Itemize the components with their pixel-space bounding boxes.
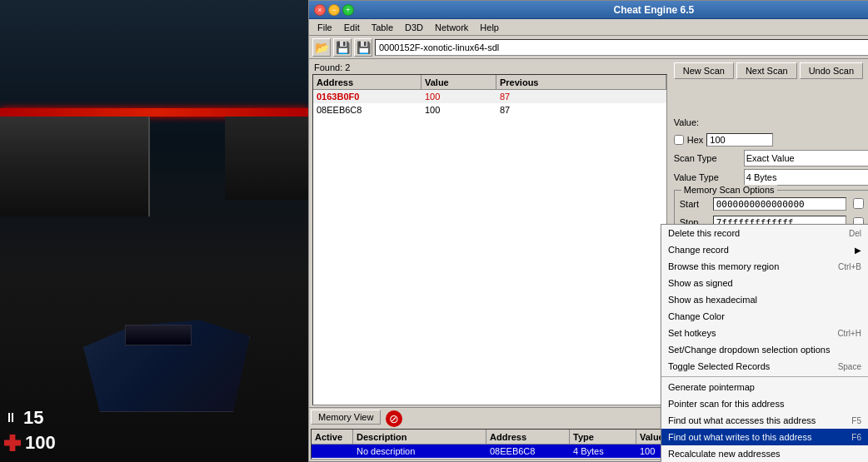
col-type: Type [570,430,636,444]
result-previous-1: 87 [496,92,666,102]
new-scan-button[interactable]: New Scan [674,62,734,79]
pause-icon: ⏸ [4,410,19,425]
scan-type-label: Scan Type [674,153,741,163]
ctx-shortcut-2: Ctrl+B [838,262,861,271]
unrandomizer-checkbox[interactable] [853,198,864,209]
memory-scan-title: Memory Scan Options [681,185,777,195]
table-row[interactable]: 0163B0F0 100 87 [313,90,666,103]
value-type-row: Value Type 4 Bytes [674,169,868,186]
memory-view-button[interactable]: Memory View [311,410,381,425]
ctx-item-label-9: Generate pointermap [668,382,755,392]
context-menu-item-10[interactable]: Pointer scan for this address [661,395,868,412]
context-menu-item-5[interactable]: Change Color [661,308,868,325]
title-bar: × − + Cheat Engine 6.5 [309,1,868,19]
undo-scan-button[interactable]: Undo Scan [800,62,863,79]
context-menu-item-6[interactable]: Set hotkeysCtrl+H [661,325,868,341]
context-menu-item-8[interactable]: Toggle Selected RecordsSpace [661,358,868,375]
ctx-shortcut-8: Space [838,362,861,371]
context-menu-item-2[interactable]: Browse this memory regionCtrl+B [661,258,868,275]
scan-buttons: New Scan Next Scan Undo Scan [674,62,863,79]
toolbar-open-btn[interactable]: 📂 [312,38,331,57]
value-label: Value: [674,117,699,127]
start-input[interactable] [713,197,847,211]
address-row[interactable]: No description 08EEB6C8 4 Bytes 100 [312,445,668,458]
found-count: Found: 2 [311,61,669,74]
hex-value-input[interactable] [706,133,773,147]
health-cross-icon [4,435,21,451]
hex-label: Hex [687,135,704,145]
context-menu-item-11[interactable]: Find out what accesses this addressF5 [661,412,868,429]
ctx-item-label-2: Browse this memory region [668,261,779,271]
entry-type: 4 Bytes [570,446,636,456]
game-hud: ⏸ 15 100 [4,407,56,454]
entry-address: 08EEB6C8 [486,446,570,456]
ctx-shortcut-12: F6 [851,433,861,442]
menu-bar: File Edit Table D3D Network Help [309,19,868,36]
stop-button[interactable]: ⊘ [386,410,402,427]
ctx-shortcut-6: Ctrl+H [837,329,861,338]
cheat-engine-window: × − + Cheat Engine 6.5 File Edit Table D… [308,0,868,462]
context-menu-item-12[interactable]: Find out what writes to this addressF6 [661,429,868,445]
col-active: Active [312,430,353,444]
value-row: Value: [674,115,868,130]
context-menu-item-3[interactable]: Show as signed [661,275,868,291]
menu-file[interactable]: File [312,22,337,33]
context-menu-item-4[interactable]: Show as hexadecimal [661,291,868,308]
ctx-item-label-0: Delete this record [668,228,740,238]
unrandomizer-row: Unrandomizer [853,196,868,211]
menu-network[interactable]: Network [430,22,473,33]
window-controls[interactable]: × − + [314,4,354,16]
toolbar-save-btn[interactable]: 💾 [333,38,352,57]
results-table-header: Address Value Previous [313,75,666,90]
ctx-item-label-1: Change record [668,245,729,255]
scan-type-dropdown[interactable]: Exact Value [744,150,868,166]
address-table-header: Active Description Address Type Value [312,430,668,445]
col-value: Value [422,75,496,89]
table-row[interactable]: 08EEB6C8 100 87 [313,103,666,117]
context-menu: Delete this recordDelChange record▶Brows… [661,224,868,462]
context-menu-item-0[interactable]: Delete this recordDel [661,225,868,241]
start-row: Start [680,196,847,212]
entry-description: No description [353,446,486,456]
menu-help[interactable]: Help [475,22,504,33]
col-addr: Address [486,430,570,444]
menu-table[interactable]: Table [367,22,398,33]
ctx-item-label-12: Find out what writes to this address [668,432,811,442]
game-background [0,0,308,462]
context-menu-item-1[interactable]: Change record▶ [661,241,868,258]
hud-health-display: 100 [4,432,56,454]
context-menu-separator [661,376,868,377]
menu-edit[interactable]: Edit [339,22,365,33]
game-viewport: ⏸ 15 100 [0,0,308,462]
hex-checkbox[interactable] [674,135,684,145]
menu-d3d[interactable]: D3D [400,22,428,33]
ctx-item-label-13: Recalculate new addresses [668,449,781,459]
ctx-shortcut-11: F5 [851,416,861,425]
ctx-item-label-6: Set hotkeys [668,328,716,338]
ctx-item-label-7: Set/Change dropdown selection options [668,345,830,355]
process-address-input[interactable] [375,39,868,56]
next-scan-button[interactable]: Next Scan [736,62,797,79]
ctx-item-label-8: Toggle Selected Records [668,361,770,371]
ctx-item-label-4: Show as hexadecimal [668,295,757,305]
context-menu-item-13[interactable]: Recalculate new addresses [661,445,868,462]
context-menu-item-7[interactable]: Set/Change dropdown selection options [661,341,868,358]
hud-health-value: 100 [25,432,56,454]
ctx-arrow-icon-1: ▶ [855,246,861,255]
ctx-shortcut-0: Del [849,229,861,238]
ctx-item-label-11: Find out what accesses this address [668,415,816,425]
scan-results-area: Found: 2 Address Value Previous 0163B0F0… [309,59,671,407]
game-overlay [0,0,308,462]
result-value-2: 100 [422,105,496,115]
result-address-2: 08EEB6C8 [313,105,422,115]
maximize-button[interactable]: + [342,4,354,16]
toolbar: 📂 💾 💾 € [309,36,868,59]
toolbar-save2-btn[interactable]: 💾 [354,38,372,57]
close-button[interactable]: × [314,4,326,16]
value-type-dropdown[interactable]: 4 Bytes [744,169,868,186]
value-type-label: Value Type [674,172,741,182]
context-menu-item-9[interactable]: Generate pointermap [661,379,868,395]
left-panel: Found: 2 Address Value Previous 0163B0F0… [309,59,671,461]
start-label: Start [680,199,710,209]
minimize-button[interactable]: − [328,4,340,16]
